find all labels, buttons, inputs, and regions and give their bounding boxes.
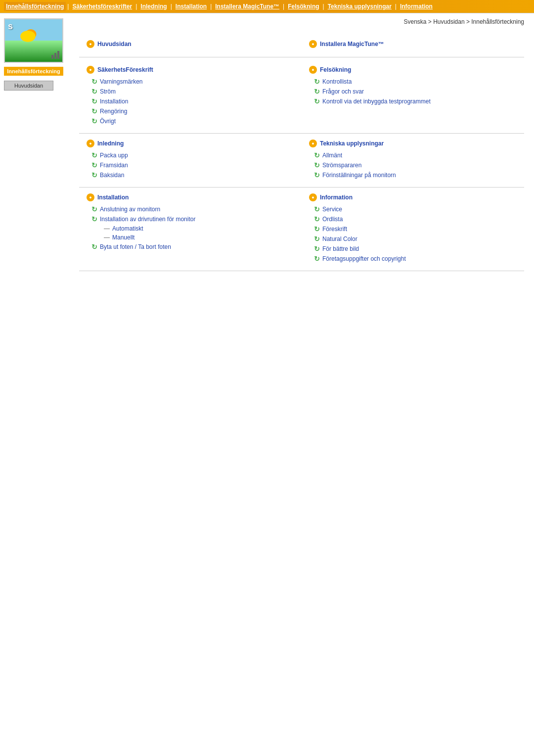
installation-title[interactable]: ● Installation — [87, 193, 294, 201]
list-item[interactable]: ↻ Installation av drivrutinen för monito… — [91, 215, 294, 223]
item-label[interactable]: Företagsuppgifter och copyright — [322, 255, 406, 262]
list-item[interactable]: ↻ Frågor och svar — [314, 88, 517, 95]
item-label[interactable]: Byta ut foten / Ta bort foten — [100, 243, 171, 250]
tekniska-title[interactable]: ● Tekniska upplysningar — [309, 140, 517, 147]
nav-item-innehallsforteckning[interactable]: Innehållsförteckning — [4, 2, 66, 11]
item-label[interactable]: Manuellt — [112, 234, 134, 241]
item-label[interactable]: Strömspararen — [322, 162, 361, 169]
orange-icon-sakerhet: ● — [87, 66, 94, 74]
nav-sep-5: | — [282, 3, 285, 10]
sidebar-label: Innehållsförteckning — [4, 67, 63, 76]
felsökning-label[interactable]: Felsökning — [320, 66, 351, 73]
bar-1 — [51, 55, 53, 59]
item-label[interactable]: Rengöring — [100, 108, 127, 115]
item-label[interactable]: Framsidan — [100, 162, 128, 169]
sakerhetsforeskrift-title[interactable]: ● SäkerhetsFöreskrift — [87, 66, 294, 74]
orange-icon-huvudsidan: ● — [87, 40, 94, 48]
felsökning-title[interactable]: ● Felsökning — [309, 66, 517, 74]
list-item[interactable]: ↻ Ström — [91, 88, 294, 95]
list-item[interactable]: ↻ Anslutning av monitorn — [91, 205, 294, 213]
item-label[interactable]: Förinställningar på monitorn — [322, 172, 396, 179]
top-row: ● Huvudsidan ● Installera MagicTune™ — [79, 35, 524, 57]
item-label[interactable]: Kontrollista — [322, 78, 352, 85]
green-arrow-icon: ↻ — [91, 88, 97, 95]
sidebar: s Innehållsförteckning Huvudsidan — [0, 13, 69, 276]
information-label[interactable]: Information — [320, 194, 353, 201]
section-felsökning: ● Felsökning ↻ Kontrollista ↻ Frågor och… — [302, 60, 524, 133]
item-label[interactable]: Övrigt — [100, 118, 116, 125]
information-title[interactable]: ● Information — [309, 193, 517, 201]
nav-item-felsökning[interactable]: Felsökning — [286, 2, 321, 11]
item-label[interactable]: Ström — [100, 88, 116, 95]
list-item[interactable]: ↻ Allmänt — [314, 151, 517, 159]
list-item[interactable]: ↻ Rengöring — [91, 107, 294, 115]
list-item[interactable]: ↻ Kontroll via det inbyggda testprogramm… — [314, 97, 517, 105]
nav-item-installera[interactable]: Installera MagicTune™ — [213, 2, 281, 11]
inledning-title[interactable]: ● Inledning — [87, 140, 294, 147]
installera-link[interactable]: ● Installera MagicTune™ — [309, 40, 517, 48]
nav-item-installation[interactable]: Installation — [174, 2, 209, 11]
nav-item-information[interactable]: Information — [398, 2, 435, 11]
item-label[interactable]: Service — [322, 206, 342, 213]
list-item[interactable]: ↻ Företagsuppgifter och copyright — [314, 255, 517, 263]
huvudsidan-label[interactable]: Huvudsidan — [97, 41, 132, 47]
item-label[interactable]: Varningsmärken — [100, 78, 142, 85]
green-arrow-icon: ↻ — [91, 243, 97, 251]
tekniska-label[interactable]: Tekniska upplysningar — [320, 140, 384, 147]
item-label[interactable]: Packa upp — [100, 152, 128, 159]
orange-icon-installation: ● — [87, 193, 94, 201]
list-item[interactable]: ↻ Övrigt — [91, 117, 294, 125]
bar-2 — [54, 53, 56, 59]
item-label[interactable]: Frågor och svar — [322, 88, 364, 95]
section-row-2: ● Inledning ↻ Packa upp ↻ Framsidan ↻ Ba… — [79, 134, 524, 188]
item-label[interactable]: Föreskrift — [322, 226, 347, 233]
list-item[interactable]: ↻ Natural Color — [314, 235, 517, 243]
item-label[interactable]: Ordlista — [322, 216, 343, 223]
content-area: Svenska > Huvudsidan > Innehållsförteckn… — [69, 13, 534, 276]
item-label[interactable]: Anslutning av monitorn — [100, 206, 160, 213]
nav-item-tekniska[interactable]: Tekniska upplysningar — [326, 2, 394, 11]
green-arrow-icon: ↻ — [91, 151, 97, 159]
list-item[interactable]: ↻ Förinställningar på monitorn — [314, 171, 517, 179]
hoofdsidan-link[interactable]: ● Huvudsidan — [87, 40, 294, 48]
hoofdsidan-button[interactable]: Huvudsidan — [4, 81, 53, 91]
list-item[interactable]: ↻ Byta ut foten / Ta bort foten — [91, 243, 294, 251]
item-label[interactable]: Automatiskt — [112, 225, 143, 232]
list-item[interactable]: ↻ Service — [314, 205, 517, 213]
list-item-sub[interactable]: — Manuellt — [91, 234, 294, 241]
list-item[interactable]: ↻ Kontrollista — [314, 78, 517, 86]
green-arrow-icon: ↻ — [91, 78, 97, 86]
item-label[interactable]: Baksidan — [100, 172, 124, 179]
item-label[interactable]: Kontroll via det inbyggda testprogrammet — [322, 98, 431, 105]
section-row-3: ● Installation ↻ Anslutning av monitorn … — [79, 188, 524, 271]
sakerhetsforeskrift-label[interactable]: SäkerhetsFöreskrift — [97, 66, 153, 73]
green-arrow-icon: ↻ — [314, 88, 320, 95]
item-label[interactable]: Installation — [100, 98, 128, 105]
list-item[interactable]: ↻ Packa upp — [91, 151, 294, 159]
list-item[interactable]: ↻ För bättre bild — [314, 245, 517, 253]
orange-icon-tekniska: ● — [309, 140, 317, 147]
section-tekniska: ● Tekniska upplysningar ↻ Allmänt ↻ Strö… — [302, 134, 524, 187]
list-item[interactable]: ↻ Framsidan — [91, 161, 294, 169]
nav-item-sakerhetsforeskrifter[interactable]: Säkerhetsföreskrifter — [70, 2, 134, 11]
inledning-items: ↻ Packa upp ↻ Framsidan ↻ Baksidan — [87, 151, 294, 179]
orange-icon-felsökning: ● — [309, 66, 317, 74]
item-label[interactable]: Allmänt — [322, 152, 342, 159]
list-item[interactable]: ↻ Varningsmärken — [91, 78, 294, 86]
list-item[interactable]: ↻ Strömspararen — [314, 161, 517, 169]
dash-icon: — — [101, 225, 110, 232]
list-item[interactable]: ↻ Föreskrift — [314, 225, 517, 233]
inledning-label[interactable]: Inledning — [97, 140, 124, 147]
item-label[interactable]: Installation av drivrutinen för monitor — [100, 216, 195, 223]
list-item[interactable]: ↻ Installation — [91, 97, 294, 105]
list-item-sub[interactable]: — Automatiskt — [91, 225, 294, 232]
installera-label[interactable]: Installera MagicTune™ — [320, 41, 384, 47]
list-item[interactable]: ↻ Ordlista — [314, 215, 517, 223]
nav-sep-3: | — [170, 3, 173, 10]
nav-sep-7: | — [395, 3, 397, 10]
item-label[interactable]: För bättre bild — [322, 245, 359, 252]
item-label[interactable]: Natural Color — [322, 236, 357, 242]
installation-label[interactable]: Installation — [97, 194, 129, 201]
nav-item-inledning[interactable]: Inledning — [138, 2, 169, 11]
list-item[interactable]: ↻ Baksidan — [91, 171, 294, 179]
